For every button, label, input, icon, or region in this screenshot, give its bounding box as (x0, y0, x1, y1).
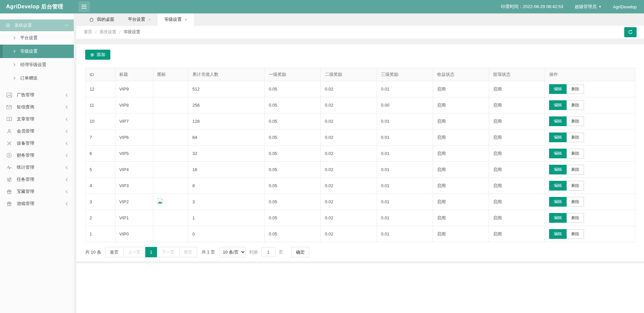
income-status-toggle[interactable]: 启用 (433, 113, 489, 129)
table-row: 12 VIP9 512 0.05 0.02 0.01 启用 启用 编辑 删除 (86, 81, 635, 97)
table-row: 1 VIP0 0 0.05 0.02 0.01 启用 启用 编辑 删除 (86, 226, 635, 242)
edit-button[interactable]: 编辑 (549, 229, 567, 239)
sidebar-item-label: 财务管理 (17, 152, 34, 158)
tab-0[interactable]: 我的桌面 × (83, 13, 121, 26)
delete-button[interactable]: 删除 (567, 149, 584, 158)
income-status-toggle[interactable]: 启用 (433, 178, 489, 194)
user-role-dropdown[interactable]: 超级管理员 ▼ (575, 4, 601, 10)
sidebar-item-9[interactable]: 游戏管理 (0, 198, 74, 210)
sidebar-item-5[interactable]: $ 财务管理 (0, 149, 74, 161)
current-page-button[interactable]: 1 (145, 247, 157, 257)
delete-button[interactable]: 删除 (567, 84, 584, 94)
delete-button[interactable]: 删除 (567, 229, 584, 239)
refresh-button[interactable] (624, 27, 637, 37)
next-page-button[interactable]: 下一页 (157, 247, 179, 257)
close-icon[interactable]: × (148, 17, 151, 22)
withdraw-status-toggle[interactable]: 启用 (489, 81, 545, 97)
delete-button[interactable]: 删除 (567, 197, 584, 207)
delete-button[interactable]: 删除 (567, 100, 584, 110)
withdraw-status-toggle[interactable]: 启用 (489, 129, 545, 146)
income-status-toggle[interactable]: 启用 (433, 129, 489, 146)
sidebar-subitem-1[interactable]: 等级设置 (0, 45, 74, 58)
sidebar-item-6[interactable]: 统计管理 (0, 161, 74, 173)
sidebar-toggle-button[interactable] (78, 1, 90, 12)
income-status-toggle[interactable]: 启用 (433, 97, 489, 113)
sidebar-subitem-2[interactable]: 经理等级设置 (0, 58, 74, 71)
last-page-button[interactable]: 尾页 (179, 247, 197, 257)
cell-recharge: 512 (188, 81, 265, 97)
edit-button[interactable]: 编辑 (549, 165, 567, 174)
edit-button[interactable]: 编辑 (549, 197, 567, 207)
income-status-toggle[interactable]: 启用 (433, 81, 489, 97)
income-status-toggle[interactable]: 启用 (433, 226, 489, 242)
cell-reward1: 0.05 (265, 81, 321, 97)
breadcrumb-item-0[interactable]: 首页 (84, 29, 92, 35)
income-status-toggle[interactable]: 启用 (433, 194, 489, 210)
withdraw-status-toggle[interactable]: 启用 (489, 97, 545, 113)
page-size-select[interactable]: 10 条/页 (220, 247, 246, 257)
edit-button[interactable]: 编辑 (549, 213, 567, 223)
delete-button[interactable]: 删除 (567, 181, 584, 191)
edit-button[interactable]: 编辑 (549, 133, 567, 142)
breadcrumb-item-1[interactable]: 系统设置 (99, 29, 116, 35)
confirm-button[interactable]: 确定 (291, 247, 309, 257)
add-button[interactable]: ⊕ 添加 (85, 50, 110, 60)
sidebar-group-system-settings[interactable]: 系统设置 (0, 19, 74, 31)
sidebar-item-3[interactable]: 会员管理 (0, 125, 74, 137)
delete-button[interactable]: 删除 (567, 213, 584, 223)
edit-button[interactable]: 编辑 (549, 181, 567, 191)
tab-1[interactable]: 平台设置 × (121, 13, 158, 26)
cell-actions: 编辑 删除 (545, 210, 635, 226)
sidebar-subitem-0[interactable]: 平台设置 (0, 31, 74, 45)
sidebar-item-7[interactable]: 任务管理 (0, 173, 74, 186)
prev-page-button[interactable]: 上一页 (123, 247, 146, 257)
edit-button[interactable]: 编辑 (549, 116, 567, 126)
cell-actions: 编辑 删除 (545, 97, 635, 113)
withdraw-status-toggle[interactable]: 启用 (489, 210, 545, 226)
withdraw-status-toggle[interactable]: 启用 (489, 194, 545, 210)
delete-button[interactable]: 删除 (567, 116, 584, 126)
breadcrumb-separator: / (119, 30, 120, 35)
cell-reward1: 0.05 (265, 178, 321, 194)
close-icon[interactable]: × (185, 17, 187, 22)
sidebar-item-0[interactable]: 广告管理 (0, 89, 74, 101)
withdraw-status-toggle[interactable]: 启用 (489, 146, 545, 162)
withdraw-status-toggle[interactable]: 启用 (489, 178, 545, 194)
sidebar-item-label: 游戏管理 (17, 201, 34, 207)
sidebar-item-label: 会员管理 (17, 128, 34, 134)
delete-button[interactable]: 删除 (567, 133, 584, 142)
sidebar-item-2[interactable]: 文章管理 (0, 113, 74, 125)
income-status-toggle[interactable]: 启用 (433, 210, 489, 226)
edit-button[interactable]: 编辑 (549, 149, 567, 158)
sidebar-item-4[interactable]: 设备管理 (0, 137, 74, 149)
delete-button[interactable]: 删除 (567, 165, 584, 174)
withdraw-status-toggle[interactable]: 启用 (489, 226, 545, 242)
sidebar-item-1[interactable]: 短信查询 (0, 101, 74, 113)
sidebar-subitem-3[interactable]: 订单赠送 (0, 71, 74, 85)
cell-reward1: 0.05 (265, 210, 321, 226)
chevron-right-icon (13, 50, 15, 53)
chevron-left-icon (65, 129, 68, 133)
first-page-button[interactable]: 首页 (105, 247, 123, 257)
sidebar-item-8[interactable]: 宝藏管理 (0, 186, 74, 198)
sidebar-item-label: 宝藏管理 (17, 189, 34, 195)
tab-2[interactable]: 等级设置 × (158, 13, 194, 26)
goto-page-input[interactable] (261, 247, 275, 257)
refresh-icon (628, 30, 633, 35)
edit-button[interactable]: 编辑 (549, 100, 567, 110)
cell-actions: 编辑 删除 (545, 129, 635, 146)
brand-link[interactable]: AgriDevelop (613, 4, 637, 9)
cell-reward3: 0.01 (377, 81, 433, 97)
income-status-toggle[interactable]: 启用 (433, 146, 489, 162)
income-status-toggle[interactable]: 启用 (433, 162, 489, 178)
withdraw-status-toggle[interactable]: 启用 (489, 113, 545, 129)
sidebar: 系统设置 平台设置 等级设置 经理等级设置 订单赠送 广告管理 (0, 13, 74, 313)
edit-button[interactable]: 编辑 (549, 84, 567, 94)
cell-id: 4 (86, 178, 115, 194)
cell-reward2: 0.02 (321, 146, 377, 162)
cell-reward1: 0.05 (265, 97, 321, 113)
withdraw-status-toggle[interactable]: 启用 (489, 162, 545, 178)
chevron-left-icon (65, 190, 68, 194)
breadcrumb-item-2: 等级设置 (123, 29, 140, 35)
tab-label: 等级设置 (164, 16, 182, 22)
